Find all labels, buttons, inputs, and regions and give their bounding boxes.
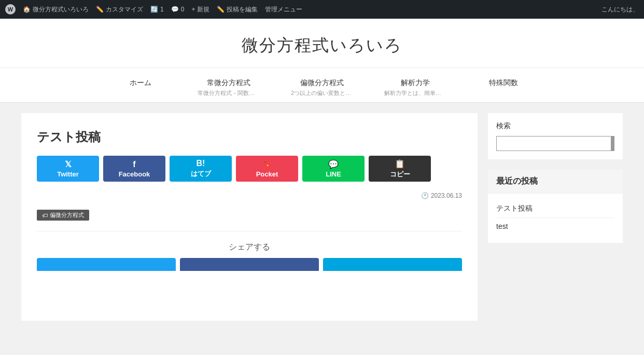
pencil-icon: ✏️ [96,6,104,13]
edit-icon: ✏️ [217,6,225,13]
bottom-facebook-btn[interactable] [180,258,319,271]
admin-bar-comments[interactable]: 💬 0 [171,6,185,13]
hatena-share-button[interactable]: B! はてブ [170,156,232,182]
admin-bar-manage[interactable]: 管理メニュー [265,5,302,14]
bottom-twitter-btn[interactable] [37,258,176,271]
search-box [496,136,614,151]
search-widget-title: 検索 [496,121,614,131]
content-area: テスト投稿 𝕏 Twitter f Facebook B! はてブ 🔖 Pock… [21,113,478,321]
admin-bar-customize[interactable]: ✏️ カスタマイズ [96,5,143,14]
plus-icon: + [191,6,195,13]
post-date: 🕐 2023.06.13 [37,192,462,199]
comment-icon: 💬 [171,6,179,13]
nav-item-home[interactable]: ホーム [115,73,166,102]
nav-item-pde[interactable]: 偏微分方程式 2つ以上の偏い変数とその偏導... [291,73,353,102]
site-icon: 🏠 [23,6,31,13]
admin-bar-updates[interactable]: 🔄 1 [150,6,164,13]
nav-item-ode[interactable]: 常微分方程式 常微分方程式－関数とその導... [198,73,260,102]
share-section-title: シェアする [37,231,462,253]
facebook-share-button[interactable]: f Facebook [103,156,165,182]
admin-bar-edit-post[interactable]: ✏️ 投稿を編集 [217,5,258,14]
recent-posts-widget: 最近の投稿 テスト投稿 test [488,170,623,243]
recent-post-item[interactable]: テスト投稿 [496,200,614,218]
site-header: 微分方程式いろいろ [0,19,644,67]
twitter-icon: 𝕏 [65,159,72,169]
admin-greeting: こんにちは、 [601,5,639,14]
recent-posts-title: 最近の投稿 [488,170,623,194]
admin-bar-site[interactable]: 🏠 微分方程式いろいろ [23,5,89,14]
post-title: テスト投稿 [37,129,462,145]
copy-icon: 📋 [395,159,405,169]
main-wrapper: テスト投稿 𝕏 Twitter f Facebook B! はてブ 🔖 Pock… [11,103,633,331]
share-buttons-top: 𝕏 Twitter f Facebook B! はてブ 🔖 Pocket 💬 L… [37,156,462,182]
category-tag[interactable]: 🏷 偏微分方程式 [37,210,89,221]
recent-post-item[interactable]: test [496,218,614,235]
facebook-icon: f [133,160,135,169]
search-widget: 検索 [488,113,623,159]
pocket-icon: 🔖 [262,159,272,169]
line-icon: 💬 [328,159,339,169]
search-border [611,136,614,151]
twitter-share-button[interactable]: 𝕏 Twitter [37,156,99,182]
tag-icon: 🏷 [42,212,48,219]
sidebar: 検索 最近の投稿 テスト投稿 test [488,113,623,321]
admin-bar: W 🏠 微分方程式いろいろ ✏️ カスタマイズ 🔄 1 💬 0 + 新規 ✏️ … [0,0,644,19]
pocket-share-button[interactable]: 🔖 Pocket [236,156,298,182]
site-title[interactable]: 微分方程式いろいろ [10,34,634,57]
line-share-button[interactable]: 💬 LINE [302,156,365,182]
bottom-hatena-btn[interactable] [323,258,462,271]
bottom-share-buttons [37,258,462,271]
post-category: 🏷 偏微分方程式 [37,210,462,221]
wordpress-logo[interactable]: W [5,4,16,15]
navigation: ホーム 常微分方程式 常微分方程式－関数とその導... 偏微分方程式 2つ以上の… [0,67,644,103]
search-input[interactable] [497,136,611,151]
nav-item-mechanics[interactable]: 解析力学 解析力学とは、簡単に説明す... [384,73,446,102]
copy-share-button[interactable]: 📋 コピー [369,156,431,182]
update-icon: 🔄 [150,6,158,13]
clock-icon: 🕐 [421,192,429,199]
admin-bar-new[interactable]: + 新規 [191,5,209,14]
nav-item-special[interactable]: 特殊関数 [478,73,529,102]
hatena-icon: B! [197,159,205,168]
